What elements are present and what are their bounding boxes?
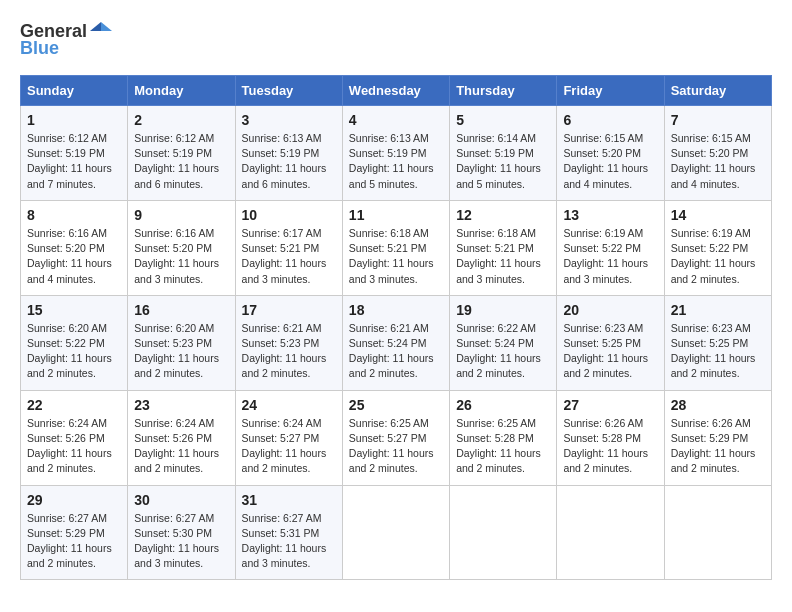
day-info: Sunrise: 6:21 AMSunset: 5:24 PMDaylight:… — [349, 321, 443, 382]
calendar-day: 14 Sunrise: 6:19 AMSunset: 5:22 PMDaylig… — [664, 200, 771, 295]
day-number: 12 — [456, 207, 550, 223]
calendar-day: 28 Sunrise: 6:26 AMSunset: 5:29 PMDaylig… — [664, 390, 771, 485]
weekday-header: Tuesday — [235, 76, 342, 106]
day-info: Sunrise: 6:26 AMSunset: 5:29 PMDaylight:… — [671, 416, 765, 477]
calendar-day: 23 Sunrise: 6:24 AMSunset: 5:26 PMDaylig… — [128, 390, 235, 485]
day-number: 5 — [456, 112, 550, 128]
day-number: 19 — [456, 302, 550, 318]
day-number: 29 — [27, 492, 121, 508]
calendar-day — [664, 485, 771, 580]
day-number: 13 — [563, 207, 657, 223]
calendar-day: 6 Sunrise: 6:15 AMSunset: 5:20 PMDayligh… — [557, 106, 664, 201]
day-number: 3 — [242, 112, 336, 128]
day-info: Sunrise: 6:23 AMSunset: 5:25 PMDaylight:… — [671, 321, 765, 382]
day-info: Sunrise: 6:15 AMSunset: 5:20 PMDaylight:… — [563, 131, 657, 192]
calendar-day: 4 Sunrise: 6:13 AMSunset: 5:19 PMDayligh… — [342, 106, 449, 201]
calendar-day: 1 Sunrise: 6:12 AMSunset: 5:19 PMDayligh… — [21, 106, 128, 201]
calendar-header: SundayMondayTuesdayWednesdayThursdayFrid… — [21, 76, 772, 106]
day-info: Sunrise: 6:17 AMSunset: 5:21 PMDaylight:… — [242, 226, 336, 287]
calendar-day — [342, 485, 449, 580]
calendar-day: 21 Sunrise: 6:23 AMSunset: 5:25 PMDaylig… — [664, 295, 771, 390]
day-number: 6 — [563, 112, 657, 128]
calendar-day: 11 Sunrise: 6:18 AMSunset: 5:21 PMDaylig… — [342, 200, 449, 295]
day-number: 7 — [671, 112, 765, 128]
calendar-day: 29 Sunrise: 6:27 AMSunset: 5:29 PMDaylig… — [21, 485, 128, 580]
day-number: 11 — [349, 207, 443, 223]
logo: General Blue — [20, 20, 112, 59]
day-number: 23 — [134, 397, 228, 413]
day-number: 28 — [671, 397, 765, 413]
page-header: General Blue — [20, 20, 772, 59]
calendar-day: 10 Sunrise: 6:17 AMSunset: 5:21 PMDaylig… — [235, 200, 342, 295]
day-info: Sunrise: 6:13 AMSunset: 5:19 PMDaylight:… — [242, 131, 336, 192]
day-info: Sunrise: 6:21 AMSunset: 5:23 PMDaylight:… — [242, 321, 336, 382]
day-info: Sunrise: 6:24 AMSunset: 5:26 PMDaylight:… — [27, 416, 121, 477]
calendar-day: 2 Sunrise: 6:12 AMSunset: 5:19 PMDayligh… — [128, 106, 235, 201]
weekday-header: Sunday — [21, 76, 128, 106]
day-number: 2 — [134, 112, 228, 128]
calendar-day: 12 Sunrise: 6:18 AMSunset: 5:21 PMDaylig… — [450, 200, 557, 295]
calendar-week: 15 Sunrise: 6:20 AMSunset: 5:22 PMDaylig… — [21, 295, 772, 390]
calendar-week: 22 Sunrise: 6:24 AMSunset: 5:26 PMDaylig… — [21, 390, 772, 485]
day-number: 17 — [242, 302, 336, 318]
calendar-day: 17 Sunrise: 6:21 AMSunset: 5:23 PMDaylig… — [235, 295, 342, 390]
calendar-week: 8 Sunrise: 6:16 AMSunset: 5:20 PMDayligh… — [21, 200, 772, 295]
calendar-week: 1 Sunrise: 6:12 AMSunset: 5:19 PMDayligh… — [21, 106, 772, 201]
calendar-day — [557, 485, 664, 580]
calendar-day: 24 Sunrise: 6:24 AMSunset: 5:27 PMDaylig… — [235, 390, 342, 485]
calendar-day: 27 Sunrise: 6:26 AMSunset: 5:28 PMDaylig… — [557, 390, 664, 485]
day-number: 20 — [563, 302, 657, 318]
day-info: Sunrise: 6:16 AMSunset: 5:20 PMDaylight:… — [134, 226, 228, 287]
calendar-day: 16 Sunrise: 6:20 AMSunset: 5:23 PMDaylig… — [128, 295, 235, 390]
day-info: Sunrise: 6:20 AMSunset: 5:22 PMDaylight:… — [27, 321, 121, 382]
svg-marker-1 — [90, 22, 101, 31]
day-info: Sunrise: 6:25 AMSunset: 5:27 PMDaylight:… — [349, 416, 443, 477]
day-number: 25 — [349, 397, 443, 413]
day-number: 24 — [242, 397, 336, 413]
calendar-table: SundayMondayTuesdayWednesdayThursdayFrid… — [20, 75, 772, 580]
weekday-header: Saturday — [664, 76, 771, 106]
calendar-day: 3 Sunrise: 6:13 AMSunset: 5:19 PMDayligh… — [235, 106, 342, 201]
svg-marker-0 — [101, 22, 112, 31]
calendar-day — [450, 485, 557, 580]
day-number: 4 — [349, 112, 443, 128]
day-number: 18 — [349, 302, 443, 318]
calendar-day: 13 Sunrise: 6:19 AMSunset: 5:22 PMDaylig… — [557, 200, 664, 295]
day-info: Sunrise: 6:26 AMSunset: 5:28 PMDaylight:… — [563, 416, 657, 477]
day-number: 16 — [134, 302, 228, 318]
day-number: 22 — [27, 397, 121, 413]
day-info: Sunrise: 6:27 AMSunset: 5:31 PMDaylight:… — [242, 511, 336, 572]
day-info: Sunrise: 6:15 AMSunset: 5:20 PMDaylight:… — [671, 131, 765, 192]
day-info: Sunrise: 6:27 AMSunset: 5:30 PMDaylight:… — [134, 511, 228, 572]
calendar-day: 9 Sunrise: 6:16 AMSunset: 5:20 PMDayligh… — [128, 200, 235, 295]
calendar-day: 5 Sunrise: 6:14 AMSunset: 5:19 PMDayligh… — [450, 106, 557, 201]
day-info: Sunrise: 6:13 AMSunset: 5:19 PMDaylight:… — [349, 131, 443, 192]
day-info: Sunrise: 6:27 AMSunset: 5:29 PMDaylight:… — [27, 511, 121, 572]
day-number: 14 — [671, 207, 765, 223]
logo-bird-icon — [90, 20, 112, 42]
day-info: Sunrise: 6:24 AMSunset: 5:26 PMDaylight:… — [134, 416, 228, 477]
day-info: Sunrise: 6:14 AMSunset: 5:19 PMDaylight:… — [456, 131, 550, 192]
weekday-header: Monday — [128, 76, 235, 106]
day-info: Sunrise: 6:22 AMSunset: 5:24 PMDaylight:… — [456, 321, 550, 382]
calendar-day: 7 Sunrise: 6:15 AMSunset: 5:20 PMDayligh… — [664, 106, 771, 201]
day-info: Sunrise: 6:16 AMSunset: 5:20 PMDaylight:… — [27, 226, 121, 287]
weekday-header: Thursday — [450, 76, 557, 106]
calendar-week: 29 Sunrise: 6:27 AMSunset: 5:29 PMDaylig… — [21, 485, 772, 580]
day-info: Sunrise: 6:19 AMSunset: 5:22 PMDaylight:… — [671, 226, 765, 287]
day-number: 9 — [134, 207, 228, 223]
day-info: Sunrise: 6:12 AMSunset: 5:19 PMDaylight:… — [134, 131, 228, 192]
day-number: 27 — [563, 397, 657, 413]
logo-text-blue: Blue — [20, 38, 59, 59]
calendar-day: 22 Sunrise: 6:24 AMSunset: 5:26 PMDaylig… — [21, 390, 128, 485]
calendar-day: 31 Sunrise: 6:27 AMSunset: 5:31 PMDaylig… — [235, 485, 342, 580]
day-info: Sunrise: 6:23 AMSunset: 5:25 PMDaylight:… — [563, 321, 657, 382]
day-number: 31 — [242, 492, 336, 508]
calendar-day: 8 Sunrise: 6:16 AMSunset: 5:20 PMDayligh… — [21, 200, 128, 295]
day-info: Sunrise: 6:19 AMSunset: 5:22 PMDaylight:… — [563, 226, 657, 287]
day-number: 30 — [134, 492, 228, 508]
day-info: Sunrise: 6:18 AMSunset: 5:21 PMDaylight:… — [349, 226, 443, 287]
day-number: 26 — [456, 397, 550, 413]
day-number: 21 — [671, 302, 765, 318]
day-info: Sunrise: 6:12 AMSunset: 5:19 PMDaylight:… — [27, 131, 121, 192]
